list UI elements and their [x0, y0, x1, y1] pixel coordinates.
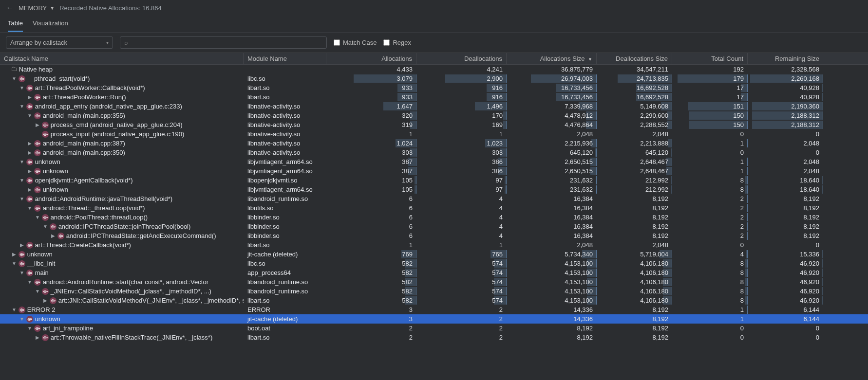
col-total-count[interactable]: Total Count [672, 53, 748, 64]
histogram-bar [822, 259, 823, 268]
table-row[interactable]: ▼ ⟴android::IPCThreadState::joinThreadPo… [0, 222, 868, 231]
search-box[interactable]: ⌕ [120, 36, 327, 49]
col-alloc-size[interactable]: Allocations Size ▼ [507, 53, 597, 64]
table-row[interactable]: ▼ ⟴art_jni_trampolineboot.oat228,1928,19… [0, 324, 868, 333]
section-title[interactable]: MEMORY ▼ [19, 4, 55, 12]
table-row[interactable]: ▼ ⟴__pthread_start(void*)libc.so3,0792,9… [0, 74, 868, 83]
table-row[interactable]: ▼ ⟴android::AndroidRuntime::javaThreadSh… [0, 194, 868, 203]
tree-toggle[interactable]: ▶ [27, 168, 32, 174]
cell-module: libart.so [244, 241, 326, 249]
cell-alloc: 2 [326, 324, 416, 332]
col-allocations[interactable]: Allocations [326, 53, 416, 64]
tree-toggle[interactable]: ▶ [51, 233, 56, 238]
cell-module: libart.so [244, 93, 326, 101]
cell-value: 4,106,180 [640, 288, 668, 295]
cell-value: 1 [740, 306, 744, 313]
tree-toggle[interactable]: ▼ [27, 326, 32, 331]
table-row[interactable]: ▶ ⟴art::Throwable_nativeFillInStackTrace… [0, 333, 868, 342]
col-module-name[interactable]: Module Name [244, 53, 326, 64]
tree-toggle[interactable]: ▼ [35, 289, 40, 294]
table-row[interactable]: ▼ ⟴openjdkjvmti::AgentCallback(void*)lib… [0, 176, 868, 185]
tree-toggle[interactable]: ▼ [19, 178, 24, 183]
cell-value: 2 [409, 325, 413, 332]
table-row[interactable]: ▶ ⟴unknownjit-cache (deleted)7697655,734… [0, 250, 868, 259]
sort-desc-icon: ▼ [588, 57, 592, 62]
table-row[interactable]: ▼ ⟴android::Thread::_threadLoop(void*)li… [0, 203, 868, 213]
arrange-dropdown[interactable]: Arrange by callstack ▾ [6, 36, 113, 49]
table-row[interactable]: ▶ ⟴art::JNI::CallStaticVoidMethodV(_JNIE… [0, 296, 868, 305]
regex-option[interactable]: Regex [383, 39, 411, 46]
table-row[interactable]: ▶ ⟴art::Thread::CreateCallback(void*)lib… [0, 240, 868, 250]
col-callstack-name[interactable]: Callstack Name [0, 53, 244, 64]
table-row[interactable]: ▼ ⟴mainapp_process645825744,153,1004,106… [0, 268, 868, 277]
tab-table[interactable]: Table [8, 16, 23, 32]
tree-toggle[interactable]: ▼ [19, 85, 24, 90]
tree-toggle[interactable]: ▼ [19, 196, 24, 201]
table-row[interactable]: ▼ ⟴unknownlibjvmtiagent_arm64.so3873862,… [0, 157, 868, 166]
table-row[interactable]: ▼ ⟴art::ThreadPoolWorker::Callback(void*… [0, 83, 868, 92]
tree-toggle[interactable]: ▶ [27, 141, 32, 146]
tree-toggle[interactable]: ▶ [27, 150, 32, 155]
stack-icon: ⟴ [34, 112, 41, 119]
tree-toggle[interactable]: ▼ [27, 279, 32, 285]
tree-toggle[interactable]: ▼ [12, 261, 17, 266]
tree-toggle[interactable]: ▶ [19, 242, 24, 248]
tree-toggle[interactable]: ▼ [19, 316, 24, 322]
cell-value: 231,632 [570, 177, 593, 184]
table-row[interactable]: ▼ ⟴android_main (main.cpp:355)libnative-… [0, 111, 868, 120]
cell-dealloc: 4 [416, 232, 507, 240]
table-row[interactable]: ▶ ⟴unknownlibjvmtiagent_arm64.so10597231… [0, 185, 868, 194]
cell-value: 18,640 [800, 186, 819, 193]
tree-toggle[interactable]: ▼ [19, 104, 24, 109]
cell-name: ▶ ⟴art::JNI::CallStaticVoidMethodV(_JNIE… [0, 296, 244, 305]
table-row[interactable]: ▼ ⟴ERROR 2ERROR3214,3368,19216,144 [0, 305, 868, 314]
match-case-checkbox[interactable] [334, 39, 340, 46]
col-dealloc-size[interactable]: Deallocations Size [597, 53, 672, 64]
cell-value: 2,900 [487, 75, 503, 82]
tree-toggle[interactable]: ▶ [27, 187, 32, 192]
tree-toggle[interactable]: ▶ [12, 252, 17, 257]
match-case-option[interactable]: Match Case [334, 39, 377, 46]
table-row[interactable]: ▼ ⟴__libc_initlibc.so5825744,153,1004,10… [0, 259, 868, 268]
table-row[interactable]: ▶ ⟴process_cmd (android_native_app_glue.… [0, 120, 868, 129]
table-row[interactable]: ▼ ⟴android_app_entry (android_native_app… [0, 102, 868, 111]
histogram-bar [822, 176, 823, 184]
cell-value: 916 [492, 84, 503, 91]
table-row[interactable]: 🗀Native heap4,4334,24136,875,77934,547,2… [0, 65, 868, 74]
tree-toggle[interactable]: ▼ [12, 76, 17, 81]
tab-visualization[interactable]: Visualization [33, 16, 68, 32]
cell-value: 933 [402, 84, 413, 91]
cell-dealloc_size: 2,288,552 [597, 121, 672, 129]
table-row[interactable]: ▼ ⟴android::AndroidRuntime::start(char c… [0, 277, 868, 287]
tree-toggle[interactable]: ▼ [35, 215, 40, 220]
tree-toggle[interactable]: ▶ [27, 94, 32, 100]
tree-toggle[interactable]: ▼ [19, 159, 24, 164]
table-row[interactable]: ▶ ⟴android_main (main.cpp:387)libnative-… [0, 139, 868, 148]
table-row[interactable]: ▶ ⟴unknownlibjvmtiagent_arm64.so3873862,… [0, 166, 868, 176]
col-remaining-size[interactable]: Remaining Size [748, 53, 823, 64]
table-row[interactable]: ▼ ⟴_JNIEnv::CallStaticVoidMethod(_jclass… [0, 287, 868, 296]
tree-toggle[interactable]: ▼ [27, 205, 32, 211]
tree-toggle[interactable]: ▼ [27, 113, 32, 118]
table-row[interactable]: ▶ ⟴android::IPCThreadState::getAndExecut… [0, 231, 868, 240]
table-row[interactable]: ▼ ⟴android::PoolThread::threadLoop()libb… [0, 213, 868, 222]
back-button[interactable]: ← [6, 3, 14, 12]
table-row[interactable]: ⟴process_input (android_native_app_glue.… [0, 129, 868, 139]
col-deallocations[interactable]: Deallocations [416, 53, 507, 64]
tree-toggle[interactable]: ▼ [43, 224, 48, 229]
tree-toggle[interactable]: ▶ [35, 122, 40, 127]
tree-toggle[interactable]: ▼ [19, 270, 24, 275]
cell-value: 574 [492, 278, 503, 286]
regex-checkbox[interactable] [383, 39, 390, 46]
cell-value: 1,024 [396, 140, 413, 147]
tree-toggle[interactable]: ▶ [43, 298, 48, 303]
tree-toggle[interactable]: ▶ [35, 335, 40, 340]
table-row[interactable]: ▼ ⟴unknownjit-cache (deleted)3214,3368,1… [0, 314, 868, 324]
tree-toggle[interactable]: ▼ [12, 307, 17, 312]
table-row[interactable]: ▶ ⟴art::ThreadPoolWorker::Run()libart.so… [0, 92, 868, 102]
search-input[interactable] [131, 39, 322, 46]
row-name-text: art::Thread::CreateCallback(void*) [35, 242, 131, 249]
table-row[interactable]: ▶ ⟴android_main (main.cpp:350)libnative-… [0, 148, 868, 157]
cell-value: 8 [740, 186, 744, 193]
cell-remaining: 15,336 [748, 250, 823, 258]
